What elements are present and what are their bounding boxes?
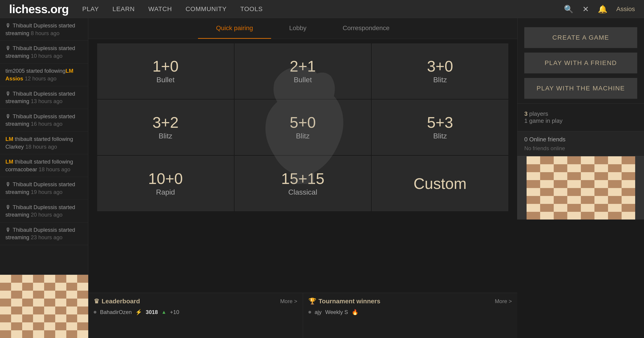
- player-name[interactable]: BahadirOzen: [100, 309, 132, 315]
- status-dot: [94, 311, 96, 313]
- bottom-section: ♛ Leaderboard More > BahadirOzen ⚡ 3018 …: [88, 293, 517, 338]
- username[interactable]: Assios: [616, 6, 635, 13]
- online-friends: 0 Online friends No friends online: [518, 131, 644, 156]
- game-type: Blitz: [158, 132, 172, 140]
- search-icon[interactable]: 🔍: [564, 5, 574, 14]
- tournament-more[interactable]: More >: [495, 298, 512, 304]
- pairing-cell-7[interactable]: 15+15 Classical: [235, 156, 371, 211]
- time-control: 2+1: [290, 58, 316, 74]
- leaderboard-more[interactable]: More >: [280, 298, 297, 304]
- pairing-cell-6[interactable]: 10+0 Rapid: [97, 156, 234, 211]
- mic-icon: 🎙: [6, 113, 11, 119]
- highlight-text[interactable]: LM: [6, 158, 13, 165]
- right-wrapper: CREATE A GAME PLAY WITH A FRIEND PLAY WI…: [517, 18, 644, 338]
- mic-icon: 🎙: [6, 91, 11, 97]
- players-label: players: [529, 110, 548, 117]
- create-game-button[interactable]: CREATE A GAME: [524, 27, 637, 48]
- game-type: Bullet: [156, 76, 174, 84]
- activity-item: 🎙Thibault Duplessis started streaming 19…: [0, 177, 88, 200]
- player-rating: 3018: [146, 309, 158, 315]
- activity-time: 18 hours ago: [39, 166, 70, 173]
- activity-item: 🎙Thibault Duplessis started streaming 16…: [0, 109, 88, 132]
- pairing-section: 1+0 Bullet 2+1 Bullet 3+0 Blitz 3+2 Blit…: [88, 39, 517, 293]
- close-icon[interactable]: ✕: [582, 5, 589, 14]
- time-control: 10+0: [148, 171, 183, 186]
- action-buttons: CREATE A GAME PLAY WITH A FRIEND PLAY WI…: [518, 18, 644, 103]
- mic-icon: 🎙: [6, 45, 11, 51]
- nav-tools[interactable]: TOOLS: [240, 6, 263, 13]
- activity-time: 18 hours ago: [25, 144, 57, 150]
- game-type: Bullet: [294, 76, 312, 84]
- center-wrapper: Quick pairing Lobby Correspondence 1+0 B…: [88, 18, 517, 338]
- time-control: 5+0: [290, 115, 316, 130]
- pairing-cell-2[interactable]: 3+0 Blitz: [372, 44, 508, 99]
- leaderboard-panel: ♛ Leaderboard More > BahadirOzen ⚡ 3018 …: [88, 293, 303, 338]
- notification-icon[interactable]: 🔔: [598, 5, 607, 14]
- tab-quick-pairing[interactable]: Quick pairing: [198, 18, 271, 39]
- tab-correspondence[interactable]: Correspondence: [324, 18, 408, 39]
- header: lichess.org PLAY LEARN WATCH COMMUNITY T…: [0, 0, 644, 18]
- main-nav: PLAY LEARN WATCH COMMUNITY TOOLS: [82, 6, 564, 13]
- header-right: 🔍 ✕ 🔔 Assios: [564, 5, 635, 14]
- tournament-row: ajy Weekly S 🔥: [308, 308, 512, 317]
- game-type: Blitz: [433, 132, 447, 140]
- activity-item: 🎙Thibault Duplessis started streaming 20…: [0, 200, 88, 223]
- trend-indicator: ▲: [161, 309, 166, 315]
- game-type: Blitz: [296, 132, 310, 140]
- play-machine-button[interactable]: PLAY WITH THE MACHINE: [524, 78, 637, 99]
- pairing-cell-3[interactable]: 3+2 Blitz: [97, 100, 234, 155]
- trophy2-icon: 🏆: [308, 297, 316, 305]
- tournament-panel: 🏆 Tournament winners More > ajy Weekly S…: [303, 293, 518, 338]
- pairing-cell-5[interactable]: 5+3 Blitz: [372, 100, 508, 155]
- game-type: Blitz: [433, 76, 447, 84]
- mic-icon: 🎙: [6, 227, 11, 233]
- activity-item: 🎙Thibault Duplessis started streaming 8 …: [0, 18, 88, 41]
- leaderboard-title: ♛ Leaderboard: [94, 297, 140, 305]
- time-control: 3+2: [152, 115, 178, 130]
- time-control: 3+0: [427, 58, 453, 74]
- mic-icon: 🎙: [6, 204, 11, 210]
- highlight-text[interactable]: LM: [6, 136, 13, 142]
- fire-icon: 🔥: [352, 309, 358, 315]
- logo[interactable]: lichess.org: [9, 2, 69, 16]
- tab-lobby[interactable]: Lobby: [271, 18, 324, 39]
- activity-time: 16 hours ago: [31, 121, 62, 127]
- friends-header: 0 Online friends: [524, 136, 637, 143]
- activity-item: 🎙Thibault Duplessis started streaming 10…: [0, 41, 88, 63]
- time-control: Custom: [414, 176, 466, 191]
- activity-time: 12 hours ago: [25, 75, 56, 82]
- lightning-icon: ⚡: [135, 309, 142, 315]
- bottom-left-board: [0, 275, 88, 338]
- activity-item: LM thibault started following cormacobea…: [0, 154, 88, 177]
- right-sidebar: CREATE A GAME PLAY WITH A FRIEND PLAY WI…: [517, 18, 644, 156]
- tournament-name[interactable]: Weekly S: [325, 309, 348, 315]
- mic-icon: 🎙: [6, 181, 11, 187]
- activity-time: 23 hours ago: [31, 234, 62, 240]
- game-type: Rapid: [156, 188, 175, 196]
- tabs: Quick pairing Lobby Correspondence: [88, 18, 517, 39]
- trend-value: +10: [170, 309, 179, 315]
- activity-time: 8 hours ago: [31, 30, 60, 36]
- pairing-cell-1[interactable]: 2+1 Bullet: [235, 44, 371, 99]
- leaderboard-row: BahadirOzen ⚡ 3018 ▲ +10: [94, 308, 297, 317]
- nav-learn[interactable]: LEARN: [112, 6, 135, 13]
- left-wrapper: 🎙Thibault Duplessis started streaming 8 …: [0, 18, 88, 338]
- pairing-cell-0[interactable]: 1+0 Bullet: [97, 44, 234, 99]
- leaderboard-header: ♛ Leaderboard More >: [94, 297, 297, 305]
- main-layout: 🎙Thibault Duplessis started streaming 8 …: [0, 18, 644, 338]
- time-control: 1+0: [152, 58, 178, 74]
- play-friend-button[interactable]: PLAY WITH A FRIEND: [524, 53, 637, 73]
- nav-watch[interactable]: WATCH: [148, 6, 172, 13]
- time-control: 15+15: [281, 171, 324, 186]
- pairing-grid: 1+0 Bullet 2+1 Bullet 3+0 Blitz 3+2 Blit…: [97, 44, 508, 211]
- status-dot-t: [308, 311, 311, 313]
- nav-community[interactable]: COMMUNITY: [186, 6, 227, 13]
- activity-item: 🎙Thibault Duplessis started streaming 23…: [0, 223, 88, 245]
- winner-name[interactable]: ajy: [315, 309, 322, 315]
- no-friends-message: No friends online: [524, 145, 637, 151]
- pairing-cell-8[interactable]: Custom: [372, 156, 508, 211]
- trophy-icon: ♛: [94, 297, 99, 305]
- pairing-cell-4[interactable]: 5+0 Blitz: [235, 100, 371, 155]
- activity-time: 10 hours ago: [31, 53, 62, 59]
- nav-play[interactable]: PLAY: [82, 6, 99, 13]
